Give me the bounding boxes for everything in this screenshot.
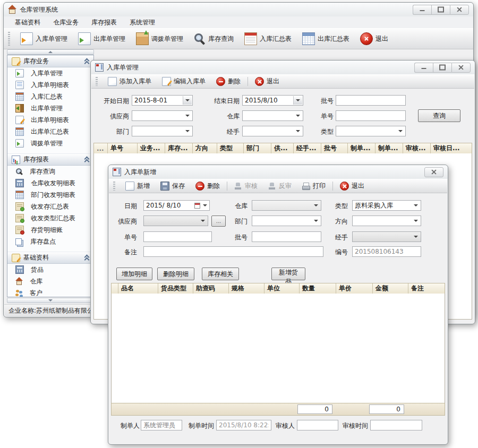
- column-header[interactable]: ...: [94, 143, 108, 153]
- batch-input[interactable]: [336, 95, 406, 106]
- dropdown-button[interactable]: [199, 217, 207, 225]
- column-header-business[interactable]: 业务...: [138, 143, 165, 153]
- column-header-product[interactable]: 品名: [118, 283, 158, 294]
- toolbar-inventory-query[interactable]: 库存查询: [192, 32, 235, 46]
- column-header-audit-date[interactable]: 审核日...: [431, 143, 472, 153]
- start-date-picker[interactable]: 2015-8-01: [132, 95, 193, 106]
- column-header-creator[interactable]: 制单...: [348, 143, 375, 153]
- sidebar-item-outbound-summary[interactable]: 出库单汇总表: [7, 126, 93, 137]
- remark-input[interactable]: [143, 246, 323, 257]
- sidebar-item-inbound-summary[interactable]: 入库汇总表: [7, 91, 93, 102]
- create-time-input[interactable]: [216, 420, 271, 430]
- toolbar-exit[interactable]: 退出: [358, 31, 390, 46]
- column-header-unit[interactable]: 单位: [264, 283, 300, 294]
- dropdown-button[interactable]: [396, 127, 405, 135]
- type-combo[interactable]: 原料采购入库: [352, 200, 421, 211]
- sidebar-splitter-bottom[interactable]: [7, 298, 94, 303]
- menu-basic-data[interactable]: 基础资料: [10, 16, 45, 29]
- close-button[interactable]: [424, 167, 443, 177]
- toolbar-inbound-summary[interactable]: 入库汇总表: [243, 31, 293, 46]
- edit-inbound-order-button[interactable]: 编辑入库单: [160, 76, 207, 87]
- toolbar-transfer-order-mgmt[interactable]: 调拨单管理: [134, 31, 185, 46]
- column-header-batch[interactable]: 批号: [321, 143, 348, 153]
- exit-button[interactable]: 退出: [338, 180, 366, 192]
- sidebar-section-header[interactable]: 基础资料: [7, 252, 93, 264]
- handler-combo[interactable]: [352, 231, 421, 242]
- column-header-create-time[interactable]: 制单...: [375, 143, 403, 153]
- column-header-quantity[interactable]: 数量: [300, 283, 336, 294]
- menu-warehouse-business[interactable]: 仓库业务: [48, 16, 83, 29]
- add-inbound-order-button[interactable]: 添加入库单: [106, 76, 153, 87]
- column-header-auditor[interactable]: 审核...: [403, 143, 431, 153]
- collapse-chevron-icon[interactable]: [84, 255, 89, 260]
- sidebar-item-outbound-order-mgmt[interactable]: 出库单管理: [7, 102, 93, 114]
- sidebar-item-customers[interactable]: 客户: [7, 287, 93, 297]
- inbound-new-titlebar[interactable]: 入库单新增: [108, 165, 448, 179]
- sidebar-item-warehouse[interactable]: 仓库: [7, 275, 93, 287]
- print-button[interactable]: 打印: [301, 180, 327, 192]
- sidebar-item-stock-ledger[interactable]: 存货明细账: [7, 224, 93, 236]
- calendar-dropdown-button[interactable]: [193, 201, 209, 210]
- dropdown-button[interactable]: [412, 232, 420, 241]
- toolbar-outbound-summary[interactable]: 出库汇总表: [301, 31, 351, 46]
- auditor-input[interactable]: [297, 420, 338, 430]
- sidebar-item-inout-type-summary[interactable]: 收发类型汇总表: [7, 212, 93, 224]
- minimize-button[interactable]: [413, 5, 431, 15]
- new-goods-button[interactable]: 新增货品: [271, 268, 305, 280]
- main-titlebar[interactable]: 仓库管理系统: [4, 3, 473, 16]
- sidebar-section-header[interactable]: 库存业务: [7, 55, 93, 67]
- type-combo[interactable]: [336, 126, 406, 136]
- batch-input[interactable]: [252, 231, 321, 242]
- column-header-order-no[interactable]: 单号: [108, 143, 138, 153]
- column-header-lookup-code[interactable]: 助查码: [193, 283, 229, 294]
- column-header-handler[interactable]: 经手...: [294, 143, 321, 153]
- toolbar-grip[interactable]: [8, 32, 10, 46]
- sidebar-item-inventory-query[interactable]: 库存查询: [7, 166, 93, 177]
- inbound-list-titlebar[interactable]: 入库单管理: [91, 61, 475, 74]
- sidebar-item-inbound-detail[interactable]: 入库单明细表: [7, 79, 93, 91]
- dept-combo[interactable]: [132, 126, 193, 136]
- sidebar-splitter-top[interactable]: [7, 49, 94, 55]
- dropdown-button[interactable]: [183, 111, 192, 120]
- column-header-amount[interactable]: 金额: [373, 283, 408, 294]
- column-header-supplier[interactable]: 供...: [271, 143, 294, 153]
- delete-button[interactable]: 删除: [194, 180, 221, 192]
- dept-combo[interactable]: [252, 216, 321, 226]
- column-header-spec[interactable]: 规格: [229, 283, 264, 294]
- add-detail-button[interactable]: 增加明细: [116, 268, 152, 280]
- audit-time-input[interactable]: [370, 420, 422, 430]
- maximize-button[interactable]: [433, 63, 451, 73]
- supplier-combo[interactable]: [143, 216, 208, 226]
- stock-related-button[interactable]: 库存相关: [202, 268, 239, 280]
- toolbar-outbound-order-mgmt[interactable]: 出库单管理: [76, 31, 127, 46]
- code-input[interactable]: [352, 246, 421, 257]
- delete-button[interactable]: 删除: [215, 76, 242, 87]
- collapse-chevron-icon[interactable]: [84, 59, 89, 64]
- column-header-price[interactable]: 单价: [336, 283, 373, 294]
- maximize-button[interactable]: [431, 5, 450, 15]
- menu-system-management[interactable]: 系统管理: [125, 16, 160, 29]
- column-header-remark[interactable]: 备注: [408, 283, 445, 294]
- date-picker[interactable]: 2015/ 8/10: [143, 200, 210, 211]
- delete-detail-button[interactable]: 删除明细: [157, 268, 194, 280]
- sidebar-section-header[interactable]: 库存报表: [7, 153, 93, 166]
- sidebar-item-inout-stock-summary[interactable]: 收发存汇总表: [7, 201, 93, 212]
- toolbar-inbound-order-mgmt[interactable]: 入库单管理: [19, 31, 69, 46]
- sidebar-item-transfer-order-mgmt[interactable]: 调拨单管理: [7, 137, 93, 149]
- direction-combo[interactable]: [352, 216, 421, 226]
- dropdown-button[interactable]: [412, 201, 420, 210]
- sidebar-item-goods[interactable]: 货品: [7, 264, 93, 275]
- query-button[interactable]: 查询: [418, 109, 460, 122]
- toolbar-grip[interactable]: [113, 182, 115, 191]
- dropdown-button[interactable]: [412, 217, 420, 225]
- sidebar-item-warehouse-inout-detail[interactable]: 仓库收发明细表: [7, 177, 93, 189]
- toolbar-grip[interactable]: [96, 77, 98, 87]
- collapse-chevron-icon[interactable]: [84, 157, 89, 162]
- close-button[interactable]: [450, 5, 469, 15]
- sidebar-item-stocktake[interactable]: 库存盘点: [7, 236, 93, 247]
- supplier-combo[interactable]: [132, 110, 193, 121]
- new-button[interactable]: 新增: [124, 180, 151, 192]
- column-header-inventory[interactable]: 库存...: [165, 143, 193, 153]
- sidebar-item-outbound-detail[interactable]: 出库单明细表: [7, 114, 93, 126]
- sidebar-item-dept-inout-detail[interactable]: 部门收发明细表: [7, 189, 93, 201]
